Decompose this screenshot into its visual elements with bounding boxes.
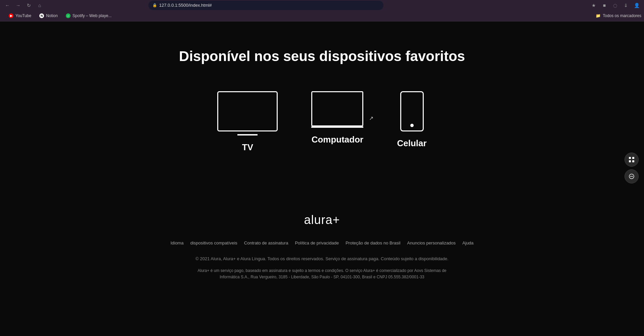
notion-favicon: N	[39, 13, 44, 18]
footer-nav: Idioma dispositivos compatíveis Contrato…	[171, 240, 474, 245]
browser-chrome: ← → ↻ ⌂ 🔒 127.0.0.1:5500/index.html# ★ ■…	[0, 0, 644, 21]
footer: alura+ Idioma dispositivos compatíveis C…	[0, 200, 644, 294]
svg-rect-1	[632, 157, 634, 159]
lock-icon: 🔒	[152, 3, 157, 7]
spotify-favicon: ♪	[66, 13, 71, 18]
footer-nav-idioma[interactable]: Idioma	[171, 240, 184, 245]
footer-nav-privacidade[interactable]: Política de privacidade	[295, 240, 339, 245]
cursor-icon: ↗	[369, 115, 373, 121]
svg-point-6	[631, 176, 632, 177]
phone-home-button-icon	[410, 124, 414, 127]
browser-actions: ★ ■ ◌ ⇓ 👤	[589, 1, 641, 10]
tab-youtube-label: YouTube	[15, 13, 31, 18]
svg-point-5	[630, 176, 631, 177]
youtube-favicon: ▶	[9, 13, 13, 18]
floating-buttons	[625, 153, 639, 183]
phone-icon-container	[400, 91, 424, 131]
extensions-button[interactable]: ■	[600, 1, 609, 10]
device-computer: Computador ↗	[311, 91, 363, 145]
svg-point-7	[632, 176, 633, 177]
home-button[interactable]: ⌂	[35, 1, 44, 10]
nav-buttons: ← → ↻ ⌂	[3, 1, 44, 10]
url-text: 127.0.0.1:5500/index.html#	[159, 3, 379, 8]
devices-grid: TV Computador ↗ Celular	[217, 91, 426, 153]
bookmark-star-button[interactable]: ★	[589, 1, 598, 10]
footer-copyright: © 2021 Alura, Alura+ e Alura Língua. Tod…	[195, 256, 448, 262]
screenshot-button[interactable]: ◌	[610, 1, 620, 10]
folder-icon: 📁	[596, 13, 601, 18]
tab-spotify-label: Spotify – Web playe...	[73, 13, 112, 18]
tv-label: TV	[242, 142, 253, 153]
footer-nav-contrato[interactable]: Contrato de assinatura	[244, 240, 288, 245]
browser-toolbar: ← → ↻ ⌂ 🔒 127.0.0.1:5500/index.html# ★ ■…	[0, 0, 644, 10]
page-content: Disponível nos seus dispositivos favorit…	[0, 21, 644, 336]
page-title: Disponível nos seus dispositivos favorit…	[179, 48, 465, 64]
phone-label: Celular	[397, 138, 426, 149]
computer-label: Computador	[312, 134, 364, 145]
forward-button[interactable]: →	[13, 1, 23, 10]
footer-nav-protecao[interactable]: Proteção de dados no Brasil	[346, 240, 400, 245]
reload-button[interactable]: ↻	[24, 1, 34, 10]
bookmarks-label: Todos os marcadores	[603, 13, 641, 18]
tab-notion[interactable]: N Notion	[36, 11, 61, 20]
profile-button[interactable]: 👤	[632, 1, 641, 10]
main-section: Disponível nos seus dispositivos favorit…	[0, 21, 644, 200]
svg-rect-3	[632, 160, 634, 162]
address-bar[interactable]: 🔒 127.0.0.1:5500/index.html#	[148, 1, 383, 10]
tab-notion-label: Notion	[46, 13, 58, 18]
svg-rect-2	[629, 160, 631, 162]
computer-screen-icon	[311, 91, 363, 126]
svg-rect-0	[629, 157, 631, 159]
device-tv: TV	[217, 91, 278, 153]
phone-body-icon	[400, 91, 424, 131]
bookmarks-bar: ▶ YouTube N Notion ♪ Spotify – Web playe…	[0, 10, 644, 21]
footer-nav-anuncios[interactable]: Anuncios personalizados	[407, 240, 456, 245]
footer-nav-dispositivos[interactable]: dispositivos compatíveis	[190, 240, 237, 245]
tv-stand-icon	[237, 134, 258, 135]
tab-spotify[interactable]: ♪ Spotify – Web playe...	[62, 11, 115, 20]
back-button[interactable]: ←	[3, 1, 12, 10]
footer-logo: alura+	[304, 213, 340, 227]
tv-icon-container	[217, 91, 278, 135]
chat-float-button[interactable]	[625, 169, 639, 183]
tab-youtube[interactable]: ▶ YouTube	[5, 11, 35, 20]
footer-nav-ajuda[interactable]: Ajuda	[462, 240, 473, 245]
computer-icon-container	[311, 91, 363, 128]
footer-legal: Alura+ é um serviço pago, baseado em ass…	[188, 268, 456, 280]
tv-screen-icon	[217, 91, 278, 131]
tabs-container: ▶ YouTube N Notion ♪ Spotify – Web playe…	[3, 11, 118, 20]
device-phone: Celular	[397, 91, 426, 149]
download-button[interactable]: ⇓	[621, 1, 631, 10]
computer-base-icon	[311, 126, 363, 128]
grid-float-button[interactable]	[625, 153, 639, 167]
